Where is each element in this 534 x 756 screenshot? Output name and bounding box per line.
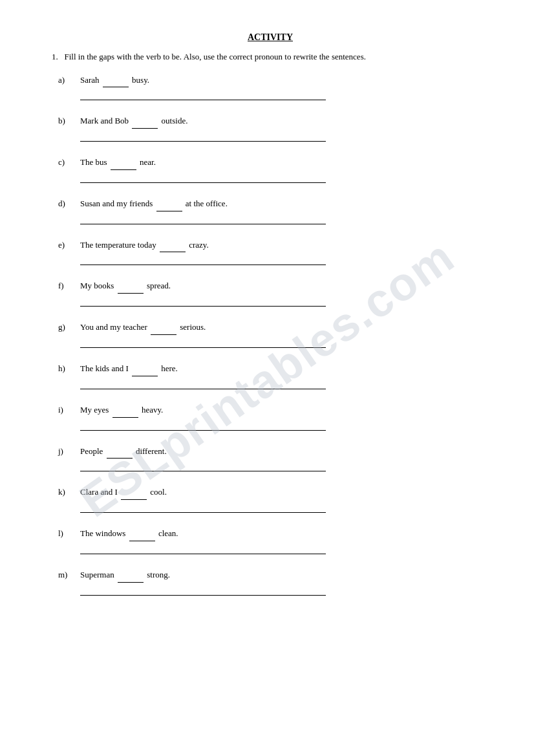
- question-item: m)Superman strong.: [58, 568, 489, 596]
- answer-line: [80, 380, 326, 389]
- answer-line: [80, 256, 326, 265]
- answer-blank: [129, 527, 155, 541]
- question-label: j): [58, 445, 76, 459]
- answer-line: [80, 133, 326, 142]
- question-item: c)The bus near.: [58, 156, 489, 183]
- instruction-text: 1. Fill in the gaps with the verb to be.…: [52, 50, 489, 63]
- question-item: l)The windows clean.: [58, 527, 489, 554]
- question-label: d): [58, 197, 76, 211]
- question-item: b)Mark and Bob outside.: [58, 114, 489, 142]
- question-sentence: Sarah busy.: [80, 74, 149, 88]
- question-text: j)People different.: [58, 445, 489, 459]
- question-sentence: My books spread.: [80, 279, 171, 294]
- page: ESLprintables.com ACTIVITY 1. Fill in th…: [0, 0, 534, 756]
- answer-line: [80, 339, 326, 348]
- answer-line: [80, 587, 326, 596]
- question-item: a)Sarah busy.: [58, 74, 489, 101]
- question-label: a): [58, 74, 76, 87]
- question-label: g): [58, 321, 76, 334]
- question-label: i): [58, 404, 76, 417]
- question-text: g)You and my teacher serious.: [58, 321, 489, 335]
- question-item: j)People different.: [58, 445, 489, 472]
- question-text: m)Superman strong.: [58, 568, 489, 583]
- answer-line: [80, 91, 326, 100]
- answer-blank: [103, 74, 129, 88]
- question-label: k): [58, 486, 76, 499]
- question-label: m): [58, 568, 76, 582]
- question-item: g)You and my teacher serious.: [58, 321, 489, 348]
- answer-line: [80, 462, 326, 471]
- answer-blank: [156, 197, 182, 211]
- question-sentence: Mark and Bob outside.: [80, 114, 187, 129]
- answer-blank: [118, 568, 144, 583]
- question-item: e)The temperature today crazy.: [58, 239, 489, 266]
- question-sentence: My eyes heavy.: [80, 404, 163, 418]
- answer-line: [80, 215, 326, 224]
- question-text: k)Clara and I cool.: [58, 486, 489, 500]
- question-text: h)The kids and I here.: [58, 362, 489, 376]
- question-label: l): [58, 527, 76, 541]
- question-sentence: The temperature today crazy.: [80, 239, 209, 253]
- question-label: f): [58, 279, 76, 293]
- answer-blank: [107, 445, 133, 459]
- question-item: i)My eyes heavy.: [58, 404, 489, 431]
- question-text: l)The windows clean.: [58, 527, 489, 541]
- question-sentence: The windows clean.: [80, 527, 178, 541]
- questions-list: a)Sarah busy.b)Mark and Bob outside.c)Th…: [58, 74, 489, 596]
- question-sentence: Clara and I cool.: [80, 486, 167, 500]
- question-sentence: Susan and my friends at the office.: [80, 197, 228, 211]
- answer-line: [80, 297, 326, 307]
- answer-blank: [160, 239, 186, 253]
- question-label: b): [58, 114, 76, 128]
- question-label: h): [58, 362, 76, 376]
- question-text: i)My eyes heavy.: [58, 404, 489, 418]
- question-sentence: People different.: [80, 445, 167, 459]
- question-text: c)The bus near.: [58, 156, 489, 170]
- question-text: f)My books spread.: [58, 279, 489, 294]
- answer-blank: [132, 362, 158, 376]
- answer-line: [80, 545, 326, 554]
- question-text: d)Susan and my friends at the office.: [58, 197, 489, 211]
- question-sentence: Superman strong.: [80, 568, 170, 583]
- answer-blank: [151, 321, 176, 335]
- answer-blank: [118, 279, 144, 294]
- instruction-body: Fill in the gaps with the verb to be. Al…: [65, 52, 366, 61]
- question-text: a)Sarah busy.: [58, 74, 489, 88]
- question-label: e): [58, 239, 76, 252]
- page-title: ACTIVITY: [52, 32, 489, 43]
- question-text: e)The temperature today crazy.: [58, 239, 489, 253]
- instruction-number: 1.: [52, 52, 58, 61]
- question-item: d)Susan and my friends at the office.: [58, 197, 489, 224]
- question-item: k)Clara and I cool.: [58, 486, 489, 513]
- question-sentence: You and my teacher serious.: [80, 321, 206, 335]
- question-label: c): [58, 156, 76, 169]
- answer-line: [80, 504, 326, 513]
- question-sentence: The kids and I here.: [80, 362, 178, 376]
- answer-blank: [121, 486, 147, 500]
- question-item: h)The kids and I here.: [58, 362, 489, 389]
- question-item: f)My books spread.: [58, 279, 489, 307]
- answer-blank: [111, 156, 136, 170]
- question-text: b)Mark and Bob outside.: [58, 114, 489, 129]
- answer-line: [80, 174, 326, 183]
- question-sentence: The bus near.: [80, 156, 156, 170]
- answer-line: [80, 422, 326, 431]
- answer-blank: [112, 404, 138, 418]
- answer-blank: [132, 114, 158, 129]
